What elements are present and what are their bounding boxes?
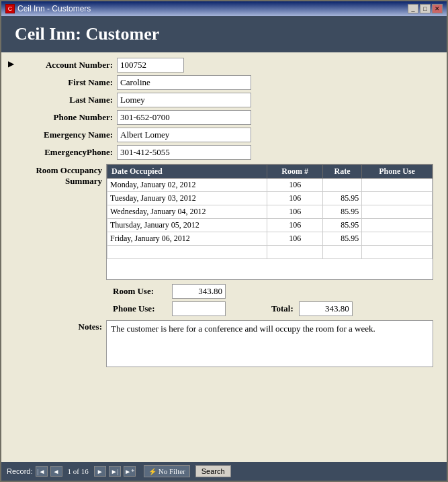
last-name-row: Last Name: (26, 93, 433, 107)
record-label: Record: (7, 467, 33, 475)
cell-phone (362, 246, 433, 259)
account-number-row: Account Number: (26, 58, 433, 73)
table-section: Room OccupancySummary Date Occupied Room… (15, 164, 433, 280)
title-bar: C Ceil Inn - Customers _ □ ✕ (1, 1, 447, 16)
no-filter-button[interactable]: ⚡ No Filter (144, 465, 190, 477)
total-input[interactable] (299, 301, 353, 316)
record-next-button[interactable]: ► (94, 466, 106, 477)
cell-rate: 85.95 (323, 192, 362, 205)
cell-rate (323, 179, 362, 192)
first-name-label: First Name: (26, 77, 113, 88)
emergency-phone-input[interactable] (117, 145, 251, 160)
phone-number-input[interactable] (117, 110, 251, 125)
emergency-name-row: Emergency Name: (26, 128, 433, 142)
last-name-label: Last Name: (26, 95, 113, 105)
col-rate: Rate (323, 165, 362, 179)
table-row (107, 246, 433, 259)
content-area: ▶ Account Number: First Name: Last Name:… (1, 52, 447, 462)
col-phone: Phone Use (362, 165, 433, 179)
record-last-button[interactable]: ►| (109, 466, 121, 477)
cell-phone (362, 232, 433, 246)
status-bar: Record: |◄ ◄ 1 of 16 ► ►| ►* ⚡ No Filter… (1, 462, 447, 481)
cell-date: Tuesday, January 03, 2012 (107, 192, 267, 205)
cell-date: Wednesday, January 04, 2012 (107, 205, 267, 219)
first-name-input[interactable] (117, 75, 251, 90)
phone-number-label: Phone Number: (26, 112, 113, 123)
app-icon: C (5, 4, 15, 13)
phone-use-label: Phone Use: (113, 303, 167, 314)
filter-icon: ⚡ (148, 468, 156, 475)
close-button[interactable]: ✕ (432, 4, 443, 13)
emergency-phone-label: EmergencyPhone: (26, 147, 113, 158)
table-extra-space (107, 259, 433, 279)
emergency-name-input[interactable] (117, 128, 251, 142)
nav-arrow: ▶ (8, 59, 14, 69)
phone-use-input[interactable] (172, 301, 226, 316)
main-window: C Ceil Inn - Customers _ □ ✕ Ceil Inn: C… (0, 0, 448, 482)
cell-room: 106 (267, 232, 323, 246)
cell-date: Thursday, January 05, 2012 (107, 219, 267, 232)
total-label: Total: (271, 303, 294, 314)
room-use-label: Room Use: (113, 286, 167, 297)
cell-rate: 85.95 (323, 219, 362, 232)
last-name-input[interactable] (117, 93, 251, 107)
table-row: Wednesday, January 04, 201210685.95 (107, 205, 433, 219)
record-new-button[interactable]: ►* (124, 466, 136, 477)
cell-phone (362, 179, 433, 192)
record-prev-button[interactable]: ◄ (50, 466, 62, 477)
account-number-input[interactable] (117, 58, 184, 73)
cell-phone (362, 219, 433, 232)
first-name-row: First Name: (26, 75, 433, 90)
record-first-button[interactable]: |◄ (36, 466, 48, 477)
table-row: Monday, January 02, 2012106 (107, 179, 433, 192)
cell-room: 106 (267, 179, 323, 192)
notes-label: Notes: (15, 320, 102, 332)
table-row: Thursday, January 05, 201210685.95 (107, 219, 433, 232)
form-section: Account Number: First Name: Last Name: P… (15, 58, 433, 160)
cell-date: Monday, January 02, 2012 (107, 179, 267, 192)
minimize-button[interactable]: _ (408, 4, 418, 13)
col-date: Date Occupied (107, 165, 267, 179)
table-row: Tuesday, January 03, 201210685.95 (107, 192, 433, 205)
page-title: Ceil Inn: Customer (15, 24, 433, 44)
cell-date (107, 246, 267, 259)
emergency-name-label: Emergency Name: (26, 130, 113, 140)
phone-use-total-row: Phone Use: Total: (15, 301, 433, 316)
room-use-row: Room Use: (15, 284, 433, 299)
table-label: Room OccupancySummary (15, 164, 102, 187)
cell-room: 106 (267, 192, 323, 205)
title-bar-controls: _ □ ✕ (408, 4, 443, 13)
cell-phone (362, 205, 433, 219)
window-title: Ceil Inn - Customers (17, 4, 91, 13)
cell-room: 106 (267, 219, 323, 232)
cell-room (267, 246, 323, 259)
filter-label: No Filter (159, 467, 185, 475)
cell-rate (323, 246, 362, 259)
notes-section: Notes: (15, 320, 433, 367)
cell-date: Friday, January 06, 2012 (107, 232, 267, 246)
cell-phone (362, 192, 433, 205)
maximize-button[interactable]: □ (420, 4, 431, 13)
search-button[interactable]: Search (195, 465, 231, 477)
account-number-label: Account Number: (26, 60, 113, 70)
room-use-input[interactable] (172, 284, 226, 299)
occupancy-table: Date Occupied Room # Rate Phone Use Mond… (107, 164, 433, 259)
cell-rate: 85.95 (323, 205, 362, 219)
title-bar-left: C Ceil Inn - Customers (5, 4, 91, 13)
col-room: Room # (267, 165, 323, 179)
occupancy-table-wrapper: Date Occupied Room # Rate Phone Use Mond… (106, 164, 433, 280)
phone-number-row: Phone Number: (26, 110, 433, 125)
table-row: Friday, January 06, 201210685.95 (107, 232, 433, 246)
cell-room: 106 (267, 205, 323, 219)
notes-textarea[interactable] (106, 320, 433, 367)
emergency-phone-row: EmergencyPhone: (26, 145, 433, 160)
app-header: Ceil Inn: Customer (1, 16, 447, 52)
cell-rate: 85.95 (323, 232, 362, 246)
record-info: 1 of 16 (65, 467, 91, 475)
